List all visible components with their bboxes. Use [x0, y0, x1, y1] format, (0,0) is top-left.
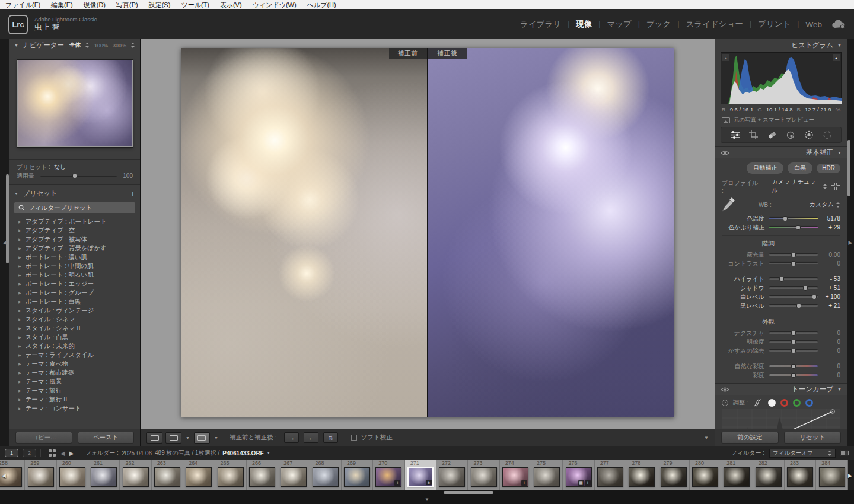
slider-thumb[interactable] [796, 304, 801, 308]
tone-curve-header[interactable]: トーンカーブ ▼ [715, 383, 847, 395]
thumbnail-image[interactable] [313, 467, 339, 487]
thumbnail-image[interactable]: ± [502, 467, 528, 487]
primary-monitor-button[interactable]: 1 [5, 449, 18, 457]
menu-item[interactable]: ファイル(F) [0, 0, 46, 9]
thumbnail-image[interactable] [59, 467, 85, 487]
histogram-chart[interactable]: ▲ ▲ [721, 52, 842, 104]
left-panel-collapse-strip[interactable]: ◀ [0, 39, 9, 446]
profile-browser-icon[interactable] [831, 183, 840, 190]
filmstrip-scroll-right-icon[interactable]: ▶ [848, 473, 852, 479]
thumbnail-image[interactable] [819, 467, 845, 487]
previous-photo-icon[interactable]: ◀ [60, 450, 65, 457]
preset-group-item[interactable]: ▶ポートレート : 白黒 [9, 297, 140, 306]
healing-tool-icon[interactable] [765, 129, 779, 142]
shadow-clipping-icon[interactable]: ▲ [722, 54, 729, 61]
filmstrip-cell[interactable]: 260 [57, 460, 88, 490]
navigator-preview-image[interactable] [17, 60, 133, 147]
module-tab-5[interactable]: スライドショー [686, 19, 743, 30]
thumbnail-image[interactable] [186, 467, 212, 487]
filmstrip-cell[interactable]: 282 [753, 460, 785, 490]
collapse-bottom-icon[interactable]: ▼ [0, 497, 854, 502]
grid-view-icon[interactable] [49, 449, 56, 457]
module-tab-7[interactable]: Web [805, 20, 822, 29]
highlight-clipping-icon[interactable]: ▲ [833, 54, 840, 61]
masking-tool-icon[interactable] [802, 129, 816, 142]
slider-thumb[interactable] [791, 253, 796, 257]
wb-select[interactable]: カスタム [810, 200, 834, 209]
slider-track[interactable] [769, 263, 818, 264]
thumbnail-image[interactable] [629, 467, 655, 487]
filmstrip-source-info[interactable]: フォルダー : 2025-04-06 489 枚の写真 / 1枚選択 / P40… [85, 449, 270, 457]
sync-tool-icon[interactable] [820, 129, 834, 142]
filmstrip-scrollbar-track[interactable] [0, 490, 854, 495]
thumbnail-image[interactable] [471, 467, 497, 487]
module-tab-6[interactable]: プリント [758, 19, 791, 30]
slider-track[interactable] [769, 332, 818, 334]
filmstrip-scroll-left-icon[interactable]: ◀ [2, 473, 6, 479]
slider-thumb[interactable] [812, 295, 817, 299]
thumbnail-image[interactable] [91, 467, 117, 487]
amount-slider[interactable] [40, 176, 117, 177]
thumbnail-image[interactable] [597, 467, 623, 487]
filmstrip-cell[interactable]: 273 [468, 460, 499, 490]
preset-group-item[interactable]: ▶ポートレート : 明るい肌 [9, 270, 140, 279]
preset-group-item[interactable]: ▶アダプティブ : 空 [9, 226, 140, 235]
thumbnail-image[interactable] [154, 467, 180, 487]
zoom-100-option[interactable]: 100% [94, 43, 108, 49]
preset-group-item[interactable]: ▶ポートレート : エッジー [9, 279, 140, 288]
filter-toggle-switch[interactable] [840, 450, 849, 456]
thumbnail-image[interactable] [692, 467, 718, 487]
filmstrip-scrollbar-thumb[interactable] [444, 491, 493, 494]
slider-track[interactable] [769, 341, 818, 343]
slider-track[interactable] [769, 350, 818, 352]
thumbnail-image[interactable] [534, 467, 560, 487]
treatment-button-2[interactable]: 白黒 [788, 162, 812, 174]
preset-group-item[interactable]: ▶テーマ : 食べ物 [9, 359, 140, 368]
preset-group-item[interactable]: ▶ポートレート : 中間の肌 [9, 261, 140, 270]
slider-track[interactable] [769, 365, 818, 367]
slider-track[interactable] [769, 227, 818, 228]
filmstrip-cell[interactable]: 278 [626, 460, 658, 490]
zoom-updown-icon[interactable] [131, 43, 135, 48]
collapse-left-icon[interactable]: ◀ [0, 240, 9, 245]
filmstrip-cell[interactable]: 275 [531, 460, 563, 490]
next-photo-icon[interactable]: ▶ [69, 450, 74, 457]
luminance-channel-button[interactable] [768, 399, 776, 407]
treatment-button-3[interactable]: HDR [817, 164, 840, 173]
filmstrip-cell[interactable]: 265 [215, 460, 247, 490]
profile-select[interactable]: カメラ ナチュラル [772, 178, 820, 194]
filmstrip-cell[interactable]: 280 [690, 460, 721, 490]
thumbnail-image[interactable] [661, 467, 687, 487]
targeted-adjustment-icon[interactable] [722, 400, 728, 406]
slider-thumb[interactable] [779, 277, 784, 282]
preset-group-item[interactable]: ▶アダプティブ : 被写体 [9, 235, 140, 244]
module-tab-3[interactable]: マップ [607, 19, 631, 30]
filmstrip-cell[interactable]: 270± [373, 460, 404, 490]
slider-track[interactable] [769, 305, 818, 307]
menu-item[interactable]: ウィンドウ(W) [247, 0, 302, 9]
filmstrip-cell[interactable]: 283 [785, 460, 816, 490]
zoom-fit-option[interactable]: 全体 [69, 42, 81, 49]
preset-group-item[interactable]: ▶アダプティブ : ポートレート [9, 217, 140, 226]
preset-search-field[interactable]: フィルタープリセット [14, 202, 135, 213]
preset-group-item[interactable]: ▶テーマ : ライフスタイル [9, 350, 140, 359]
bottom-panel-collapse-strip[interactable]: ▼ [0, 495, 854, 504]
filmstrip-cell[interactable]: 262 [120, 460, 151, 490]
panel-enable-eye-icon[interactable] [721, 150, 729, 156]
menu-item[interactable]: ツール(T) [176, 0, 215, 9]
filmstrip-cell[interactable]: 272 [436, 460, 468, 490]
develop-badge-icon[interactable]: ± [394, 480, 400, 486]
before-after-lr-button[interactable] [165, 432, 181, 444]
wb-updown-icon[interactable] [836, 202, 840, 208]
preset-group-item[interactable]: ▶スタイル : シネマ [9, 315, 140, 324]
wb-eyedropper-icon[interactable] [721, 196, 736, 214]
preset-group-item[interactable]: ▶テーマ : コンサート [9, 404, 140, 413]
thumbnail-image[interactable] [123, 467, 149, 487]
source-menu-caret-icon[interactable]: ▼ [267, 451, 270, 455]
view-menu-caret-icon[interactable]: ▼ [186, 436, 190, 440]
thumbnail-image[interactable]: ± [375, 467, 401, 487]
fit-updown-icon[interactable] [85, 43, 90, 48]
histogram-header[interactable]: ヒストグラム ▼ [715, 39, 847, 51]
presets-header[interactable]: ▼ プリセット + [9, 187, 140, 200]
redeye-tool-icon[interactable] [783, 129, 798, 142]
